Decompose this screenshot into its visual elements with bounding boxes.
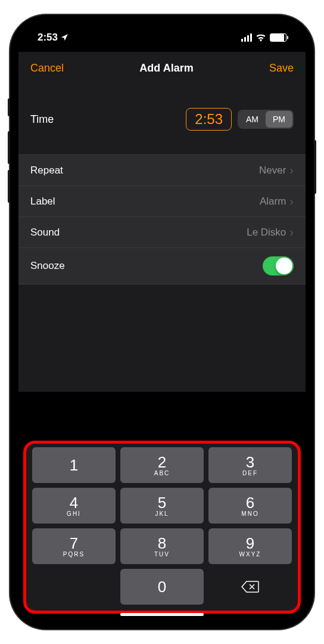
key-letters: ABC <box>154 470 170 476</box>
key-digit: 7 <box>70 535 78 551</box>
repeat-value: Never <box>259 165 286 177</box>
label-value: Alarm <box>260 196 286 208</box>
key-5[interactable]: 5 JKL <box>120 488 204 524</box>
repeat-row[interactable]: Repeat Never › <box>18 155 306 186</box>
location-icon <box>60 33 68 42</box>
wifi-icon <box>256 33 266 42</box>
nav-bar: Cancel Add Alarm Save <box>18 52 306 84</box>
key-9[interactable]: 9 WXYZ <box>208 528 292 564</box>
key-digit: 4 <box>70 495 78 510</box>
key-digit: 8 <box>158 535 166 551</box>
backspace-icon <box>241 580 259 593</box>
content: Time 2:53 AM PM Repeat Never › <box>18 84 306 392</box>
key-digit: 1 <box>70 457 78 473</box>
volume-down-button <box>8 170 10 203</box>
phone-screen: 2:53 Cancel Add Alarm Save Time 2:53 <box>18 23 306 621</box>
snooze-label: Snooze <box>30 260 65 272</box>
key-digit: 3 <box>246 454 254 470</box>
mute-switch <box>8 98 10 116</box>
chevron-right-icon: › <box>289 194 294 208</box>
am-button[interactable]: AM <box>239 111 266 128</box>
sound-label: Sound <box>30 227 60 239</box>
key-2[interactable]: 2 ABC <box>120 447 204 483</box>
key-digit: 5 <box>158 495 166 510</box>
save-button[interactable]: Save <box>269 62 294 75</box>
numeric-keypad: 1 2 ABC 3 DEF 4 GHI 5 JKL <box>32 447 292 605</box>
home-indicator[interactable] <box>120 613 204 616</box>
sound-row[interactable]: Sound Le Disko › <box>18 217 306 248</box>
label-label: Label <box>30 196 55 208</box>
notch <box>102 23 222 42</box>
key-digit: 6 <box>246 495 254 510</box>
toggle-knob <box>276 258 292 274</box>
chevron-right-icon: › <box>289 163 294 177</box>
repeat-label: Repeat <box>30 165 63 177</box>
key-8[interactable]: 8 TUV <box>120 528 204 564</box>
snooze-toggle[interactable] <box>263 256 294 275</box>
key-letters: JKL <box>155 510 169 517</box>
cancel-button[interactable]: Cancel <box>30 62 64 75</box>
volume-up-button <box>8 131 10 164</box>
label-row[interactable]: Label Alarm › <box>18 186 306 217</box>
key-letters: PQRS <box>63 551 85 558</box>
key-1[interactable]: 1 <box>32 447 116 483</box>
power-button <box>314 140 316 194</box>
key-digit: 2 <box>158 454 166 470</box>
key-7[interactable]: 7 PQRS <box>32 528 116 564</box>
keypad-highlight: 1 2 ABC 3 DEF 4 GHI 5 JKL <box>23 441 301 614</box>
key-digit: 0 <box>158 579 166 595</box>
key-empty <box>32 569 116 605</box>
spacer <box>18 284 306 392</box>
key-letters: GHI <box>67 510 81 517</box>
key-letters: DEF <box>242 470 258 476</box>
pm-button[interactable]: PM <box>266 111 292 128</box>
status-time: 2:53 <box>38 32 58 44</box>
chevron-right-icon: › <box>289 225 294 239</box>
key-letters: TUV <box>154 551 170 558</box>
time-label: Time <box>30 113 54 126</box>
key-digit: 9 <box>246 535 254 551</box>
backspace-button[interactable] <box>208 569 292 605</box>
time-section: Time 2:53 AM PM <box>18 84 306 154</box>
signal-icon <box>241 33 252 42</box>
settings-list: Repeat Never › Label Alarm › Sound <box>18 154 306 284</box>
sound-value: Le Disko <box>247 227 286 239</box>
time-input[interactable]: 2:53 <box>186 108 232 131</box>
key-0[interactable]: 0 <box>120 569 204 605</box>
key-3[interactable]: 3 DEF <box>208 447 292 483</box>
key-4[interactable]: 4 GHI <box>32 488 116 524</box>
page-title: Add Alarm <box>139 62 193 75</box>
key-letters: MNO <box>241 510 258 517</box>
ampm-toggle: AM PM <box>238 110 294 129</box>
battery-icon <box>270 33 286 42</box>
key-letters: WXYZ <box>239 551 261 558</box>
phone-frame: 2:53 Cancel Add Alarm Save Time 2:53 <box>10 15 314 629</box>
key-6[interactable]: 6 MNO <box>208 488 292 524</box>
snooze-row: Snooze <box>18 248 306 284</box>
